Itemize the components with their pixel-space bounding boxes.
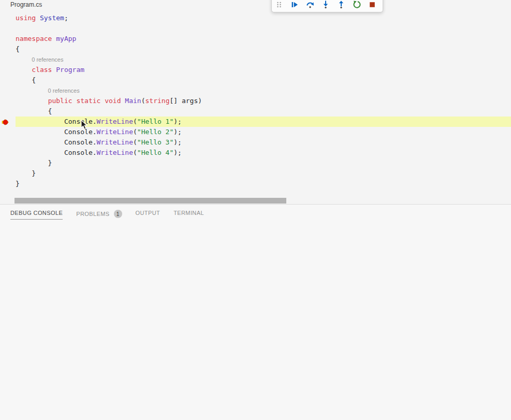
panel-tab-label: TERMINAL <box>173 210 204 216</box>
code-line[interactable]: Console.WriteLine("Hello 4"); <box>0 148 511 158</box>
code-editor[interactable]: Program.cs using System;namespace myApp{… <box>0 0 511 204</box>
panel-tab-bar: DEBUG CONSOLEPROBLEMS1OUTPUTTERMINAL <box>0 205 511 222</box>
code-token: ); <box>173 138 182 146</box>
code-line[interactable]: } <box>0 158 511 168</box>
panel-tab-label: DEBUG CONSOLE <box>10 210 63 216</box>
code-token: Console. <box>16 138 97 146</box>
code-token: Console. <box>16 149 97 156</box>
code-token: ( <box>133 138 137 146</box>
code-token <box>16 97 48 105</box>
codelens-references-label[interactable]: 0 references <box>32 55 63 63</box>
stop-button[interactable] <box>368 1 376 9</box>
code-token: static <box>76 97 100 105</box>
code-token: ; <box>64 14 68 22</box>
code-token: Console. <box>16 118 97 125</box>
code-line[interactable]: { <box>0 75 511 85</box>
step-out-icon <box>337 1 345 9</box>
code-token: ( <box>141 97 145 105</box>
panel-tab-label: OUTPUT <box>136 210 160 216</box>
code-token: myApp <box>56 35 76 42</box>
code-token: class <box>32 66 52 74</box>
codelens-line[interactable]: 0 references <box>0 85 511 96</box>
code-line[interactable]: using System; <box>0 13 511 23</box>
code-token: { <box>16 45 20 53</box>
code-token: ); <box>173 149 182 156</box>
code-line[interactable]: public static void Main(string[] args) <box>0 96 511 106</box>
panel-tab-problems[interactable]: PROBLEMS1 <box>76 210 122 221</box>
code-token: ); <box>173 118 182 125</box>
panel-tab-terminal[interactable]: TERMINAL <box>173 210 204 219</box>
code-token: { <box>16 76 36 84</box>
step-out-button[interactable] <box>337 1 345 9</box>
breakpoint-indicator[interactable] <box>2 119 10 126</box>
code-line[interactable]: Console.WriteLine("Hello 1"); <box>0 117 511 127</box>
step-into-button[interactable] <box>322 1 330 9</box>
code-token <box>36 14 40 22</box>
breakpoint-dot-icon <box>3 120 8 124</box>
code-token: WriteLine <box>97 118 133 125</box>
code-line[interactable]: { <box>0 44 511 54</box>
codelens-line[interactable]: 0 references <box>0 54 511 65</box>
file-title: Program.cs <box>10 1 42 8</box>
code-line[interactable]: namespace myApp <box>0 34 511 44</box>
code-token: using <box>16 14 36 22</box>
code-token: string <box>145 97 170 105</box>
step-over-icon <box>306 1 314 9</box>
code-line[interactable] <box>0 23 511 34</box>
restart-button[interactable] <box>353 1 361 9</box>
stop-icon <box>368 1 376 9</box>
code-token: } <box>16 159 52 167</box>
panel-tab-label: PROBLEMS <box>76 211 109 217</box>
code-token: Console. <box>16 128 97 136</box>
code-token: [] args) <box>169 97 202 105</box>
code-area: using System;namespace myApp{0 reference… <box>0 13 511 189</box>
bottom-panel: DEBUG CONSOLEPROBLEMS1OUTPUTTERMINAL <box>0 204 511 420</box>
code-token: void <box>105 97 121 105</box>
debug-console-content[interactable] <box>0 222 511 420</box>
code-token: "Hello 1" <box>137 118 173 125</box>
code-token: System <box>40 14 64 22</box>
code-token: } <box>16 180 20 187</box>
horizontal-scrollbar[interactable] <box>14 198 286 204</box>
code-token: WriteLine <box>97 149 133 156</box>
code-token: Program <box>56 66 84 74</box>
drag-handle-icon[interactable] <box>275 1 283 9</box>
code-token <box>16 66 32 74</box>
code-token: WriteLine <box>97 138 133 146</box>
code-token: public <box>48 97 72 105</box>
code-line[interactable]: class Program <box>0 65 511 75</box>
code-token: Main <box>125 97 141 105</box>
code-line[interactable]: { <box>0 106 511 117</box>
code-line[interactable]: } <box>0 168 511 179</box>
step-over-button[interactable] <box>306 1 314 9</box>
continue-button[interactable] <box>290 1 299 9</box>
code-token: ( <box>133 118 137 125</box>
code-line[interactable]: } <box>0 179 511 189</box>
code-token: namespace <box>16 35 52 42</box>
code-token: } <box>16 169 36 177</box>
code-token: WriteLine <box>97 128 133 136</box>
debug-toolbar <box>271 0 383 12</box>
code-token: "Hello 2" <box>137 128 173 136</box>
code-token: "Hello 3" <box>137 138 173 146</box>
code-token: { <box>16 107 52 115</box>
code-line[interactable]: Console.WriteLine("Hello 2"); <box>0 127 511 137</box>
codelens-references-label[interactable]: 0 references <box>48 86 80 94</box>
continue-icon <box>290 1 299 9</box>
restart-icon <box>353 1 361 9</box>
step-into-icon <box>322 1 330 9</box>
panel-tab-debug-console[interactable]: DEBUG CONSOLE <box>10 210 63 220</box>
panel-tab-output[interactable]: OUTPUT <box>136 210 160 219</box>
code-token: "Hello 4" <box>137 149 173 156</box>
code-line[interactable]: Console.WriteLine("Hello 3"); <box>0 137 511 148</box>
code-token: ( <box>133 149 137 156</box>
code-token: ); <box>173 128 182 136</box>
problems-count-badge: 1 <box>114 210 122 218</box>
code-token: ( <box>133 128 137 136</box>
